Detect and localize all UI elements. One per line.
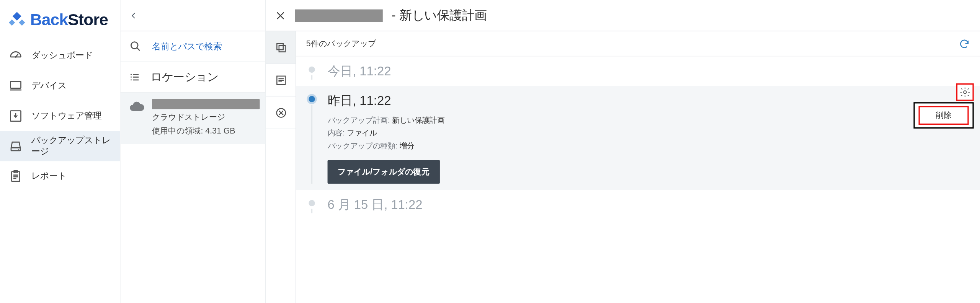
svg-point-9	[131, 76, 132, 77]
backup-row-yesterday[interactable]: 昨日, 11:22 バックアップ計画: 新しい保護計画 内容: ファイル	[296, 86, 980, 190]
svg-point-4	[18, 149, 19, 150]
backup-list: 5件のバックアップ 今日, 11:22	[296, 31, 980, 303]
refresh-button[interactable]	[959, 38, 970, 49]
location-lines: クラウドストレージ 使用中の領域: 4.31 GB	[152, 99, 260, 137]
svg-rect-11	[277, 43, 283, 49]
svg-rect-12	[279, 45, 285, 51]
backup-row-today[interactable]: 今日, 11:22	[296, 57, 980, 86]
back-button[interactable]	[129, 8, 138, 22]
locations-topbar	[121, 0, 266, 31]
monitor-icon	[9, 79, 23, 93]
backup-row-jun15[interactable]: 6 月 15 日, 11:22	[296, 190, 980, 220]
svg-point-0	[15, 56, 16, 58]
search-icon	[129, 40, 142, 52]
nav-backup-storage[interactable]: バックアップストレージ	[0, 131, 120, 161]
restore-files-button[interactable]: ファイル/フォルダの復元	[328, 160, 440, 184]
disk-icon	[9, 139, 23, 153]
nav-reports-label: レポート	[31, 171, 67, 182]
content-label: 内容:	[328, 129, 345, 138]
location-name-redacted	[152, 99, 260, 109]
type-value: 増分	[400, 142, 415, 150]
plan-value: 新しい保護計画	[392, 116, 445, 125]
location-type: クラウドストレージ	[152, 112, 260, 123]
cloud-icon	[129, 100, 144, 137]
nav-reports[interactable]: レポート	[0, 161, 120, 191]
type-label: バックアップの種類:	[328, 142, 397, 150]
nav-devices-label: デバイス	[31, 80, 67, 92]
view-tab-backups[interactable]	[266, 31, 296, 64]
nav-dashboard-label: ダッシュボード	[31, 50, 93, 62]
svg-rect-1	[10, 81, 21, 88]
nav-software[interactable]: ソフトウェア管理	[0, 101, 120, 131]
backup-meta: バックアップ計画: 新しい保護計画 内容: ファイル バックアップの種類: 増分	[328, 114, 970, 152]
backup-list-header: 5件のバックアップ	[296, 31, 980, 57]
content-value: ファイル	[347, 129, 377, 138]
app-root: BackStore ダッシュボード デバイス	[0, 0, 980, 303]
svg-point-15	[964, 91, 966, 93]
location-item-cloud[interactable]: クラウドストレージ 使用中の領域: 4.31 GB	[121, 93, 266, 144]
app-logo: BackStore	[0, 4, 120, 41]
detail-titlebar: - 新しい保護計画	[266, 0, 980, 31]
backup-actions-menu: 削除	[913, 102, 973, 129]
svg-point-7	[131, 42, 138, 49]
nav-backup-storage-label: バックアップストレージ	[31, 135, 111, 157]
gauge-icon	[9, 49, 23, 63]
locations-header-label: ロケーション	[150, 69, 218, 84]
view-tab-delete[interactable]	[266, 96, 296, 129]
logo-text-2: Store	[68, 10, 108, 29]
svg-point-8	[131, 73, 132, 75]
backup-ts: 今日, 11:22	[328, 63, 970, 80]
backup-count: 5件のバックアップ	[306, 38, 376, 49]
logo-mark-icon	[8, 10, 26, 29]
view-tab-details[interactable]	[266, 64, 296, 96]
locations-header: ロケーション	[121, 62, 266, 93]
close-button[interactable]	[275, 10, 286, 21]
logo-text-1: Back	[30, 10, 68, 29]
clipboard-icon	[9, 169, 23, 183]
list-icon	[129, 71, 141, 83]
nav-software-label: ソフトウェア管理	[31, 110, 102, 122]
detail-title: - 新しい保護計画	[392, 7, 487, 24]
detail-machine-redacted	[295, 9, 382, 22]
plan-label: バックアップ計画:	[328, 116, 390, 125]
gear-icon	[959, 86, 971, 98]
detail-view-tabs	[266, 31, 296, 303]
locations-search[interactable]	[121, 31, 266, 62]
detail-panel: - 新しい保護計画	[266, 0, 980, 303]
nav-dashboard[interactable]: ダッシュボード	[0, 41, 120, 71]
search-input[interactable]	[152, 41, 257, 51]
backup-ts: 昨日, 11:22	[328, 92, 970, 109]
left-sidebar: BackStore ダッシュボード デバイス	[0, 0, 121, 303]
svg-point-10	[131, 79, 132, 80]
backup-ts: 6 月 15 日, 11:22	[328, 196, 970, 213]
locations-panel: ロケーション クラウドストレージ 使用中の領域: 4.31 GB	[121, 0, 266, 303]
location-usage: 使用中の領域: 4.31 GB	[152, 125, 260, 137]
nav-devices[interactable]: デバイス	[0, 71, 120, 101]
download-box-icon	[9, 109, 23, 123]
backup-actions-gear[interactable]	[956, 83, 974, 101]
menu-item-delete[interactable]: 削除	[918, 106, 969, 125]
